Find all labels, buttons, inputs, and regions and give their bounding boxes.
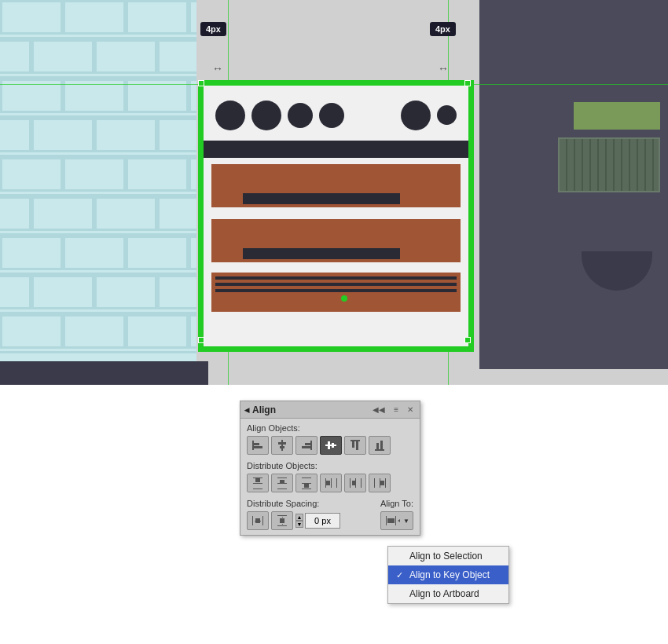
svg-rect-37 [352, 481, 356, 485]
svg-rect-25 [280, 480, 284, 484]
dropdown-item-align-artboard[interactable]: Align to Artboard [388, 584, 508, 603]
burner-4 [319, 103, 344, 128]
dist-center-h-btn[interactable] [344, 474, 366, 492]
dropdown-item-align-selection[interactable]: Align to Selection [388, 547, 508, 565]
svg-rect-50 [282, 517, 283, 518]
svg-rect-4 [278, 442, 286, 445]
burner-3 [288, 103, 313, 128]
align-left-btn[interactable] [247, 436, 269, 455]
oven-grate [211, 273, 461, 312]
spacing-h-btn[interactable] [247, 511, 269, 530]
spacing-v-btn[interactable] [271, 511, 293, 530]
dist-left-btn[interactable] [320, 474, 342, 492]
align-panel: ◂ Align ◀◀ ≡ ✕ Align Objects: [240, 401, 420, 536]
spacing-input[interactable] [305, 513, 340, 529]
svg-rect-1 [254, 443, 259, 445]
svg-rect-8 [302, 446, 310, 448]
shelf-handle-2 [243, 248, 400, 259]
burner-1 [215, 101, 245, 130]
selection-handle-top-right[interactable] [464, 80, 471, 86]
brick-area [0, 0, 196, 369]
spacing-spinner[interactable]: ▲ ▼ [295, 514, 303, 528]
dist-center-v-btn[interactable] [271, 474, 293, 492]
svg-rect-15 [375, 449, 384, 451]
oven-illustration[interactable] [200, 82, 472, 349]
dist-right-btn[interactable] [369, 474, 391, 492]
selection-handle-top-left[interactable] [198, 80, 204, 86]
svg-rect-30 [325, 478, 326, 488]
right-panel-bowl [582, 251, 652, 291]
svg-rect-26 [302, 478, 311, 478]
svg-rect-20 [253, 488, 262, 489]
svg-rect-46 [260, 521, 261, 521]
svg-rect-21 [255, 478, 260, 482]
svg-rect-32 [336, 478, 337, 488]
oven-center-dot [341, 295, 347, 302]
svg-rect-13 [352, 441, 354, 448]
svg-rect-38 [374, 478, 375, 488]
svg-rect-18 [253, 478, 262, 478]
svg-rect-6 [310, 441, 312, 450]
svg-rect-17 [380, 441, 383, 449]
svg-rect-31 [331, 478, 332, 488]
svg-rect-7 [305, 443, 310, 445]
panel-close-btn[interactable]: ✕ [405, 404, 416, 415]
svg-rect-19 [253, 483, 262, 484]
distribute-objects-label: Distribute Objects: [247, 461, 413, 470]
dropdown-item-align-key-object[interactable]: ✓ Align to Key Object [388, 565, 508, 584]
svg-rect-27 [302, 483, 311, 484]
svg-rect-5 [280, 446, 284, 448]
svg-rect-16 [376, 443, 379, 449]
align-center-v-btn[interactable] [320, 436, 342, 455]
svg-rect-51 [282, 524, 283, 525]
selection-handle-bottom-right[interactable] [464, 337, 471, 343]
svg-rect-48 [277, 525, 287, 526]
svg-rect-43 [262, 516, 263, 525]
align-title-icon: ◂ [244, 404, 249, 415]
right-panel-ruler [558, 137, 660, 192]
svg-rect-44 [255, 518, 260, 523]
dist-bottom-btn[interactable] [295, 474, 317, 492]
align-center-h-btn[interactable] [271, 436, 293, 455]
dist-top-btn[interactable] [247, 474, 269, 492]
svg-rect-54 [387, 518, 395, 523]
align-objects-label: Align Objects: [247, 423, 413, 433]
svg-rect-11 [332, 443, 334, 448]
svg-rect-36 [361, 478, 362, 488]
align-panel-title: ◂ Align [244, 404, 276, 415]
panel-collapse-btn[interactable]: ◀◀ [370, 404, 387, 415]
distribute-objects-row [247, 474, 413, 492]
svg-rect-41 [380, 481, 384, 485]
svg-rect-28 [302, 488, 311, 489]
spinner-down[interactable]: ▼ [295, 521, 303, 528]
panel-controls: ◀◀ ≡ ✕ [370, 404, 416, 415]
align-panel-titlebar: ◂ Align ◀◀ ≡ ✕ [240, 401, 420, 419]
checkmark-key-object: ✓ [396, 570, 406, 580]
oven-handle-strip [204, 141, 468, 158]
svg-rect-22 [277, 478, 287, 478]
align-panel-body: Align Objects: [240, 419, 420, 535]
align-top-btn[interactable] [344, 436, 366, 455]
selection-handle-bottom-left[interactable] [198, 337, 204, 343]
align-to-btn[interactable]: ▼ [380, 511, 413, 530]
shelf-handle-1 [243, 193, 400, 204]
svg-marker-55 [398, 519, 400, 522]
svg-rect-39 [380, 478, 380, 488]
panel-menu-btn[interactable]: ≡ [391, 404, 401, 415]
align-bottom-btn[interactable] [369, 436, 391, 455]
spinner-up[interactable]: ▲ [295, 514, 303, 521]
measure-arrow-left: ↔ [212, 62, 223, 75]
svg-rect-49 [280, 518, 284, 523]
svg-rect-3 [281, 440, 283, 451]
svg-rect-29 [304, 484, 309, 488]
measure-left-tooltip: 4px [200, 22, 226, 36]
burner-5 [401, 101, 431, 130]
svg-rect-9 [325, 445, 336, 446]
svg-rect-40 [385, 478, 386, 488]
svg-rect-52 [386, 516, 387, 525]
right-panel-green [574, 102, 660, 130]
svg-rect-53 [395, 516, 396, 525]
svg-rect-14 [356, 441, 358, 450]
svg-rect-10 [328, 441, 330, 449]
align-right-btn[interactable] [295, 436, 317, 455]
